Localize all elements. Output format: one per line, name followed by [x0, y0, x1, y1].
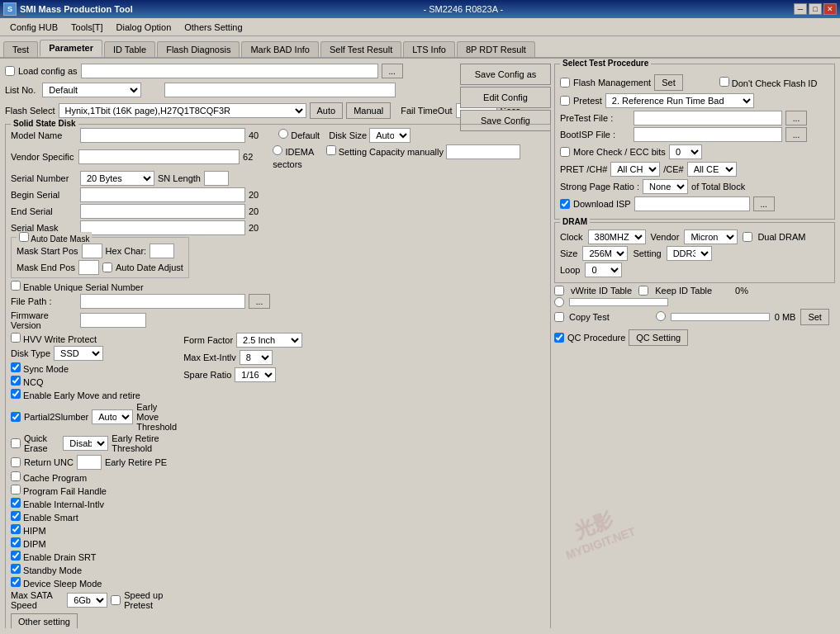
ncq-checkbox[interactable]	[11, 376, 21, 386]
save-config-as-button[interactable]: Save Config as	[460, 64, 551, 85]
early-move-select[interactable]: Auto	[92, 409, 133, 424]
hw-write-protect-checkbox[interactable]	[11, 333, 21, 343]
copy-test-set-button[interactable]: Set	[800, 309, 829, 325]
dram-setting-select[interactable]: DDR3	[667, 246, 712, 261]
manual-button[interactable]: Manual	[346, 102, 391, 119]
download-isp-checkbox[interactable]	[560, 199, 570, 209]
program-fail-handle-checkbox[interactable]	[11, 485, 21, 494]
dram-size-select[interactable]: 256M	[582, 246, 628, 261]
list-no-select[interactable]: Default	[42, 83, 141, 97]
enable-early-move-checkbox[interactable]	[11, 389, 21, 399]
standby-mode-checkbox[interactable]	[11, 564, 21, 574]
tab-flash-diagnosis[interactable]: Flash Diagnosis	[157, 41, 240, 57]
enable-smart-checkbox[interactable]	[11, 511, 21, 521]
firmware-version-input[interactable]	[80, 313, 146, 328]
vendor-input[interactable]: SMI DISK	[78, 149, 240, 164]
pretest-file-input[interactable]: PTEST2246.bin	[634, 111, 782, 125]
return-unc-checkbox[interactable]	[11, 457, 21, 467]
qc-procedure-checkbox[interactable]	[554, 333, 564, 343]
tab-test[interactable]: Test	[3, 41, 38, 57]
boot-isp-input[interactable]: BootISP2246.bin	[634, 127, 782, 142]
copy-test-radio1[interactable]	[554, 297, 564, 307]
device-sleep-mode-checkbox[interactable]	[11, 577, 21, 587]
download-isp-input[interactable]: ISP2246.bin	[634, 196, 750, 211]
dipm-checkbox[interactable]	[11, 537, 21, 547]
file-path-browse[interactable]: ...	[249, 294, 270, 309]
write-id-table-checkbox[interactable]	[554, 286, 564, 296]
dram-vendor-select[interactable]: Micron	[684, 229, 738, 244]
disk-size-select[interactable]: Auto	[369, 128, 411, 143]
cap-value-input[interactable]: 1887436800	[446, 144, 520, 159]
menu-dialog-option[interactable]: Dialog Option	[110, 21, 178, 34]
idema-radio[interactable]	[273, 145, 282, 155]
serial-number-select[interactable]: 20 Bytes	[80, 171, 154, 186]
auto-button[interactable]: Auto	[310, 102, 344, 119]
early-retire-select[interactable]: Disable	[63, 436, 108, 451]
dont-check-flash-checkbox[interactable]	[719, 77, 729, 87]
enable-drain-srt-checkbox[interactable]	[11, 551, 21, 561]
qc-setting-button[interactable]: QC Setting	[629, 329, 688, 346]
tab-mark-bad-info[interactable]: Mark BAD Info	[241, 41, 319, 57]
menu-others-setting[interactable]: Others Setting	[178, 21, 249, 34]
boot-isp-browse[interactable]: ...	[785, 127, 807, 142]
disk-type-select[interactable]: SSD	[54, 346, 103, 361]
dual-dram-checkbox[interactable]	[743, 232, 752, 242]
auto-date-adjust-checkbox[interactable]	[102, 263, 112, 272]
flash-select-dropdown[interactable]: Hynix,1Tbit (16K page),H27Q1T8CQF3R	[59, 103, 306, 118]
other-setting-button[interactable]: Other setting	[11, 613, 78, 628]
auto-date-mask-checkbox[interactable]	[19, 232, 29, 242]
tab-lts-info[interactable]: LTS Info	[403, 41, 455, 57]
hipm-checkbox[interactable]	[11, 524, 21, 534]
tab-8p-rdt-result[interactable]: 8P RDT Result	[457, 41, 535, 57]
load-config-checkbox[interactable]	[5, 66, 15, 76]
tab-self-test-result[interactable]: Self Test Result	[320, 41, 401, 57]
sync-mode-checkbox[interactable]	[11, 362, 21, 372]
spare-ratio-select[interactable]: 1/16	[235, 367, 276, 382]
end-serial-input[interactable]: AA9999999999999999999	[80, 204, 245, 219]
mask-start-pos-input[interactable]: 3	[82, 244, 102, 258]
flash-management-checkbox[interactable]	[560, 78, 570, 88]
quick-erase-checkbox[interactable]	[11, 438, 21, 448]
load-config-browse[interactable]: ...	[382, 64, 403, 78]
strong-page-select[interactable]: None	[643, 179, 688, 194]
pretest-select[interactable]: 2. Reference Run Time Bad	[605, 93, 754, 108]
form-factor-select[interactable]: 2.5 Inch	[236, 333, 302, 348]
partial2slumber-checkbox[interactable]	[11, 412, 21, 422]
close-button[interactable]: ✕	[823, 3, 837, 15]
tab-parameter[interactable]: Parameter	[40, 40, 102, 57]
default-radio[interactable]	[278, 129, 288, 139]
hex-char-input[interactable]	[149, 244, 174, 258]
mask-end-pos-input[interactable]: 10	[78, 260, 99, 275]
tab-id-table[interactable]: ID Table	[104, 41, 155, 57]
max-ext-intlv-select[interactable]: 8	[240, 350, 273, 365]
serial-mask-input[interactable]: AA##################	[80, 220, 245, 235]
pret-ch-select[interactable]: All CH	[610, 162, 660, 177]
download-isp-browse[interactable]: ...	[753, 196, 775, 211]
file-path-input[interactable]	[80, 294, 245, 309]
sn-length-input[interactable]: 20	[204, 171, 229, 186]
speed-up-pretest-checkbox[interactable]	[111, 595, 121, 605]
setting-cap-checkbox[interactable]	[326, 145, 336, 155]
early-retire-pe-input[interactable]: 0	[77, 455, 102, 470]
enable-unique-sn-checkbox[interactable]	[11, 281, 21, 291]
menu-tools[interactable]: Tools[T]	[64, 21, 110, 34]
flash-management-set-button[interactable]: Set	[654, 74, 683, 91]
menu-config-hub[interactable]: Config HUB	[3, 21, 64, 34]
begin-serial-input[interactable]: AA0000000000000001753	[80, 187, 245, 202]
enable-internal-intlv-checkbox[interactable]	[11, 498, 21, 508]
keep-id-table-checkbox[interactable]	[638, 286, 648, 296]
more-check-checkbox[interactable]	[560, 147, 570, 157]
model-name-input[interactable]: SMI DISK	[80, 128, 245, 143]
dram-clock-select[interactable]: 380MHZ	[588, 229, 646, 244]
edit-config-button[interactable]: Edit Config	[460, 87, 551, 108]
minimize-button[interactable]: ─	[794, 3, 807, 15]
pretest-file-browse[interactable]: ...	[785, 111, 807, 125]
dram-loop-select[interactable]: 0	[585, 263, 622, 277]
cache-program-checkbox[interactable]	[11, 471, 21, 481]
pretest-checkbox[interactable]	[560, 96, 570, 106]
copy-test-radio2[interactable]	[656, 311, 666, 321]
pret-ce-select[interactable]: All CE	[687, 162, 737, 177]
max-sata-speed-select[interactable]: 6Gb	[67, 593, 107, 608]
more-check-select[interactable]: 0	[669, 144, 702, 159]
load-config-input[interactable]	[81, 64, 378, 78]
